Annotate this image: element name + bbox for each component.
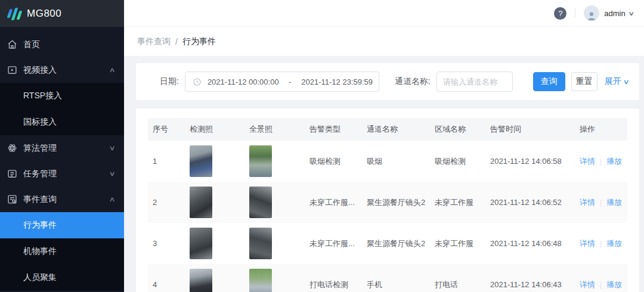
avatar[interactable]	[584, 5, 599, 21]
detail-link[interactable]: 详情	[580, 279, 595, 290]
sidebar: MG800 首页 视频接入 ∧ RTSP接入 国标接入	[0, 0, 124, 292]
detection-photo-thumbnail[interactable]	[185, 269, 244, 292]
reset-button[interactable]: 重置	[571, 72, 597, 91]
breadcrumb-current: 行为事件	[182, 36, 216, 47]
play-link[interactable]: 播放	[606, 238, 622, 249]
sidebar-item-tasks[interactable]: 任务管理 ∨	[0, 161, 124, 187]
panorama-photo-thumbnail[interactable]	[244, 228, 305, 259]
sidebar-item-object-events[interactable]: 机物事件	[0, 238, 124, 265]
cell-alarm-time: 2021-11-12 14:06:43	[485, 280, 575, 289]
table-row: 3 未穿工作服... 聚生源餐厅镜头2 未穿工作服 2021-11-12 14:…	[148, 223, 627, 264]
sidebar-item-rtsp[interactable]: RTSP接入	[0, 83, 124, 109]
home-icon	[7, 39, 17, 49]
content: 日期: 2021-11-12 00:00:00 - 2021-11-12 23:…	[124, 56, 644, 292]
detection-photo-thumbnail[interactable]	[185, 145, 244, 177]
sidebar-item-label: 视频接入	[23, 65, 110, 76]
channel-name-input[interactable]	[436, 72, 513, 92]
clock-icon	[193, 77, 202, 86]
sidebar-item-label: 事件查询	[23, 194, 110, 205]
breadcrumb: 事件查询 / 行为事件	[124, 27, 644, 56]
app-root: MG800 首页 视频接入 ∧ RTSP接入 国标接入	[0, 0, 644, 292]
detection-photo-thumbnail[interactable]	[185, 187, 244, 218]
sidebar-item-home[interactable]: 首页	[0, 32, 124, 57]
column-header: 区域名称	[430, 124, 485, 135]
events-table: 序号检测照全景照告警类型通道名称区域名称告警时间操作 1 吸烟检测 吸烟 吸烟检…	[136, 108, 639, 292]
cell-actions: 详情 | 播放	[575, 197, 627, 208]
cell-index: 1	[148, 157, 185, 166]
sidebar-item-video-access[interactable]: 视频接入 ∧	[0, 57, 124, 83]
cell-region-name: 未穿工作服	[430, 197, 485, 208]
header-divider	[575, 8, 575, 18]
sidebar-item-label: 算法管理	[23, 143, 110, 154]
play-link[interactable]: 播放	[606, 156, 622, 167]
sidebar-item-label: 首页	[23, 39, 114, 50]
panorama-photo-thumbnail[interactable]	[244, 187, 305, 218]
cell-alarm-type: 打电话检测	[305, 279, 362, 290]
cell-region-name: 吸烟检测	[430, 156, 485, 167]
event-search-icon	[7, 194, 17, 204]
column-header: 检测照	[185, 124, 244, 135]
play-link[interactable]: 播放	[606, 279, 622, 290]
user-name[interactable]: admin	[604, 9, 625, 18]
column-header: 通道名称	[362, 124, 430, 135]
date-range-picker[interactable]: 2021-11-12 00:00:00 - 2021-11-12 23:59:5…	[185, 72, 379, 92]
chevron-down-icon: ∨	[109, 170, 115, 178]
channel-name-label: 通道名称:	[395, 76, 431, 87]
detail-link[interactable]: 详情	[580, 197, 595, 208]
sidebar-item-gb[interactable]: 国标接入	[0, 109, 124, 135]
date-range-separator: -	[279, 77, 302, 86]
cell-actions: 详情 | 播放	[575, 238, 627, 249]
table-header-row: 序号检测照全景照告警类型通道名称区域名称告警时间操作	[148, 118, 627, 141]
cell-alarm-type: 未穿工作服...	[305, 238, 362, 249]
sidebar-item-algorithm[interactable]: 算法管理 ∨	[0, 135, 124, 161]
sidebar-item-behavior-events[interactable]: 行为事件	[0, 212, 124, 238]
date-start-value[interactable]: 2021-11-12 00:00:00	[208, 77, 279, 86]
cell-channel-name: 聚生源餐厅镜头2	[362, 197, 430, 208]
cell-alarm-type: 吸烟检测	[305, 156, 362, 167]
column-header: 操作	[575, 124, 627, 135]
column-header: 告警类型	[305, 124, 362, 135]
panorama-photo-thumbnail[interactable]	[244, 145, 305, 177]
chevron-down-icon[interactable]: ∨	[628, 10, 634, 17]
chevron-down-icon: ∨	[623, 78, 629, 86]
sidebar-item-label: 任务管理	[23, 169, 110, 179]
search-button[interactable]: 查询	[533, 72, 565, 91]
task-list-icon	[7, 169, 17, 179]
cell-actions: 详情 | 播放	[575, 279, 627, 290]
cell-index: 2	[148, 198, 185, 207]
breadcrumb-parent[interactable]: 事件查询	[137, 36, 171, 47]
sidebar-item-event-query[interactable]: 事件查询 ∧	[0, 187, 124, 212]
atom-icon	[7, 143, 17, 153]
expand-label: 展开	[605, 76, 621, 87]
cell-index: 4	[148, 280, 185, 289]
cell-channel-name: 手机	[362, 279, 430, 290]
video-icon	[7, 65, 17, 75]
action-divider: |	[600, 281, 602, 289]
detail-link[interactable]: 详情	[580, 238, 595, 249]
help-icon[interactable]: ?	[554, 7, 566, 20]
sidebar-item-crowd-gathering[interactable]: 人员聚集	[0, 265, 124, 291]
filter-bar: 日期: 2021-11-12 00:00:00 - 2021-11-12 23:…	[136, 63, 639, 100]
panorama-photo-thumbnail[interactable]	[244, 269, 305, 292]
cell-index: 3	[148, 239, 185, 248]
table-row: 1 吸烟检测 吸烟 吸烟检测 2021-11-12 14:06:58 详情 | …	[148, 141, 627, 182]
chevron-down-icon: ∨	[109, 144, 115, 152]
table-row: 2 未穿工作服... 聚生源餐厅镜头2 未穿工作服 2021-11-12 14:…	[148, 182, 627, 223]
breadcrumb-separator: /	[175, 37, 178, 46]
logo: MG800	[0, 0, 124, 27]
date-end-value[interactable]: 2021-11-12 23:59:59	[301, 77, 373, 86]
date-label: 日期:	[160, 76, 179, 87]
cell-alarm-type: 未穿工作服...	[305, 197, 362, 208]
sidebar-nav: 首页 视频接入 ∧ RTSP接入 国标接入 算法管理 ∨	[0, 27, 124, 292]
play-link[interactable]: 播放	[606, 197, 622, 208]
submenu-video-access: RTSP接入 国标接入	[0, 83, 124, 135]
detail-link[interactable]: 详情	[580, 156, 595, 167]
expand-toggle[interactable]: 展开 ∨	[605, 76, 628, 87]
chevron-up-icon: ∧	[109, 66, 115, 74]
main-area: ? admin ∨ 事件查询 / 行为事件 日期: 2021-11-12 00:…	[124, 0, 644, 292]
column-header: 全景照	[244, 124, 305, 135]
cell-region-name: 打电话	[430, 279, 485, 290]
detection-photo-thumbnail[interactable]	[185, 228, 244, 259]
action-divider: |	[600, 157, 602, 166]
cell-channel-name: 聚生源餐厅镜头2	[362, 238, 430, 249]
